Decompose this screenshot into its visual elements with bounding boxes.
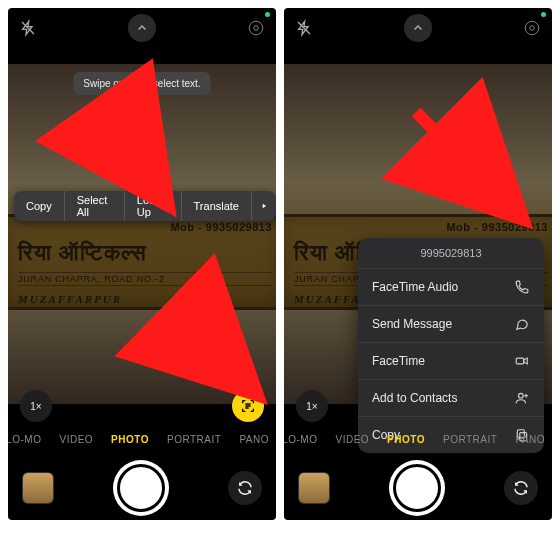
detected-phone-number: 9995029813 (358, 238, 544, 269)
menu-copy[interactable]: Copy (14, 191, 65, 221)
action-send-message[interactable]: Send Message (358, 306, 544, 343)
action-add-to-contacts[interactable]: Add to Contacts (358, 380, 544, 417)
camera-modes[interactable]: SLO-MO VIDEO PHOTO PORTRAIT PANO (8, 426, 276, 452)
mode-portrait[interactable]: PORTRAIT (167, 434, 221, 445)
phone-number-action-sheet: 9995029813 FaceTime Audio Send Message F… (358, 238, 544, 453)
action-facetime[interactable]: FaceTime (358, 343, 544, 380)
flash-button[interactable] (14, 14, 42, 42)
viewfinder[interactable]: Mob - 9935029813 रिया ऑप्टिकल्स JURAN CH… (8, 64, 276, 404)
target-icon (247, 19, 265, 37)
shutter-button[interactable] (113, 460, 169, 516)
video-icon (514, 353, 530, 369)
mode-video[interactable]: VIDEO (59, 434, 93, 445)
live-text-icon (240, 398, 256, 414)
switch-camera-icon (236, 479, 254, 497)
mode-pano[interactable]: PANO (515, 434, 545, 445)
camera-controls-expand[interactable] (128, 14, 156, 42)
screenshot-right: Mob - 9935029813 रिया ऑप्टिकल्स JURAN CH… (284, 8, 552, 520)
action-label: FaceTime Audio (372, 280, 458, 294)
action-facetime-audio[interactable]: FaceTime Audio (358, 269, 544, 306)
chevron-up-icon (412, 22, 424, 34)
menu-look-up[interactable]: Look Up (125, 191, 182, 221)
mode-slomo[interactable]: SLO-MO (8, 434, 41, 445)
zoom-level[interactable]: 1× (296, 390, 328, 422)
live-text-tooltip: Swipe or tap to select text. (73, 72, 210, 95)
mode-photo[interactable]: PHOTO (111, 434, 149, 445)
message-icon (514, 316, 530, 332)
camera-modes[interactable]: SLO-MO VIDEO PHOTO PORTRAIT PANO (284, 426, 552, 452)
svg-point-6 (525, 21, 539, 35)
shutter-button[interactable] (389, 460, 445, 516)
add-contact-icon (514, 390, 530, 406)
svg-point-7 (530, 26, 535, 31)
mode-portrait[interactable]: PORTRAIT (443, 434, 497, 445)
svg-point-1 (249, 21, 263, 35)
switch-camera-button[interactable] (228, 471, 262, 505)
text-selection-menu: Copy Select All Look Up Translate (14, 191, 276, 221)
menu-more[interactable] (252, 191, 276, 221)
screenshot-left: Mob - 9935029813 रिया ऑप्टिकल्स JURAN CH… (8, 8, 276, 520)
camera-effects-button[interactable] (518, 14, 546, 42)
flash-off-icon (20, 20, 36, 36)
action-label: FaceTime (372, 354, 425, 368)
action-label: Send Message (372, 317, 452, 331)
switch-camera-icon (512, 479, 530, 497)
flash-off-icon (296, 20, 312, 36)
menu-select-all[interactable]: Select All (65, 191, 125, 221)
triangle-right-icon (260, 201, 268, 211)
svg-point-9 (519, 393, 524, 398)
action-label: Add to Contacts (372, 391, 457, 405)
last-photo-thumbnail[interactable] (22, 472, 54, 504)
camera-effects-button[interactable] (242, 14, 270, 42)
svg-rect-8 (516, 358, 524, 364)
phone-icon (514, 279, 530, 295)
menu-translate[interactable]: Translate (182, 191, 252, 221)
target-icon (523, 19, 541, 37)
switch-camera-button[interactable] (504, 471, 538, 505)
flash-button[interactable] (290, 14, 318, 42)
last-photo-thumbnail[interactable] (298, 472, 330, 504)
mode-pano[interactable]: PANO (239, 434, 269, 445)
live-text-button[interactable] (232, 390, 264, 422)
mode-slomo[interactable]: SLO-MO (284, 434, 317, 445)
zoom-level[interactable]: 1× (20, 390, 52, 422)
camera-controls-expand[interactable] (404, 14, 432, 42)
chevron-up-icon (136, 22, 148, 34)
mode-photo[interactable]: PHOTO (387, 434, 425, 445)
svg-point-2 (254, 26, 259, 31)
mode-video[interactable]: VIDEO (335, 434, 369, 445)
